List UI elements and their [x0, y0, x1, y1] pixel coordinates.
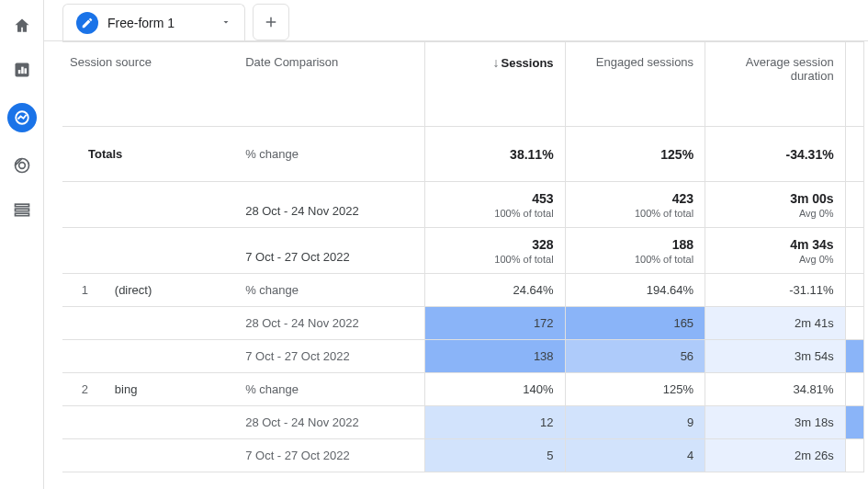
cell: 125%	[565, 373, 705, 406]
totals-engaged: 125%	[565, 127, 705, 182]
row-period2: 7 Oct - 27 Oct 2022	[238, 340, 424, 373]
pencil-icon	[76, 12, 98, 34]
row-period1: 28 Oct - 24 Nov 2022	[238, 406, 424, 439]
cell: 2m 41s	[705, 307, 846, 340]
svg-point-5	[15, 159, 28, 173]
reports-icon[interactable]	[11, 59, 33, 81]
cell: 140%	[425, 373, 566, 406]
period2-label: 7 Oct - 27 Oct 2022	[238, 228, 424, 274]
svg-rect-8	[15, 209, 28, 211]
svg-rect-7	[15, 204, 28, 207]
period1-label: 28 Oct - 24 Nov 2022	[238, 182, 424, 228]
period1-engaged: 423100% of total	[565, 182, 705, 228]
cell: 56	[565, 340, 705, 373]
cell: 194.64%	[565, 274, 705, 307]
row-period1: 28 Oct - 24 Nov 2022	[238, 307, 424, 340]
period1-sessions: 453100% of total	[425, 182, 566, 228]
tab-freeform1[interactable]: Free-form 1	[62, 4, 245, 40]
cell: -31.11%	[705, 274, 846, 307]
svg-rect-3	[24, 68, 27, 74]
cell: 3m 54s	[705, 340, 846, 373]
svg-point-6	[18, 163, 25, 169]
sort-desc-icon: ↓	[492, 55, 499, 70]
chevron-down-icon[interactable]	[220, 16, 231, 30]
cell: 165	[565, 307, 705, 340]
period2-engaged: 188100% of total	[565, 228, 705, 274]
change-label: % change	[238, 127, 424, 182]
row-period2: 7 Oct - 27 Oct 2022	[238, 439, 424, 472]
period1-avg: 3m 00sAvg 0%	[705, 182, 846, 228]
row-index: 2	[62, 373, 107, 406]
cell: 4	[565, 439, 705, 472]
change-label: % change	[238, 274, 424, 307]
tab-label: Free-form 1	[107, 16, 175, 30]
col-header-date[interactable]: Date Comparison	[238, 42, 424, 127]
configure-icon[interactable]	[11, 199, 33, 221]
svg-rect-9	[15, 213, 28, 216]
add-tab-button[interactable]	[253, 4, 289, 40]
change-label: % change	[238, 373, 424, 406]
row-index: 1	[62, 274, 107, 307]
svg-rect-1	[17, 70, 19, 74]
advertising-icon[interactable]	[11, 154, 33, 176]
totals-sessions: 38.11%	[425, 127, 566, 182]
source-name[interactable]: (direct)	[107, 274, 238, 307]
cell: 5	[425, 439, 566, 472]
explore-icon[interactable]	[7, 103, 37, 132]
period2-avg: 4m 34sAvg 0%	[705, 228, 846, 274]
col-header-engaged[interactable]: Engaged sessions	[565, 42, 705, 127]
totals-label: Totals	[62, 127, 238, 182]
home-icon[interactable]	[11, 15, 33, 37]
totals-avg: -34.31%	[705, 127, 846, 182]
col-header-avg-duration[interactable]: Average session duration	[705, 42, 846, 127]
col-header-sessions[interactable]: ↓Sessions	[425, 42, 566, 127]
cell: 12	[425, 406, 566, 439]
cell: 24.64%	[425, 274, 566, 307]
exploration-table: Session source Date Comparison ↓Sessions…	[62, 41, 864, 472]
cell: 2m 26s	[705, 439, 846, 472]
cell: 9	[565, 406, 705, 439]
cell: 34.81%	[705, 373, 846, 406]
svg-rect-2	[21, 67, 24, 74]
col-header-source[interactable]: Session source	[62, 42, 238, 127]
tab-bar: Free-form 1	[44, 0, 868, 41]
cell: 3m 18s	[705, 406, 846, 439]
cell: 138	[425, 340, 566, 373]
source-name[interactable]: bing	[107, 373, 238, 406]
period2-sessions: 328100% of total	[425, 228, 566, 274]
cell: 172	[425, 307, 566, 340]
